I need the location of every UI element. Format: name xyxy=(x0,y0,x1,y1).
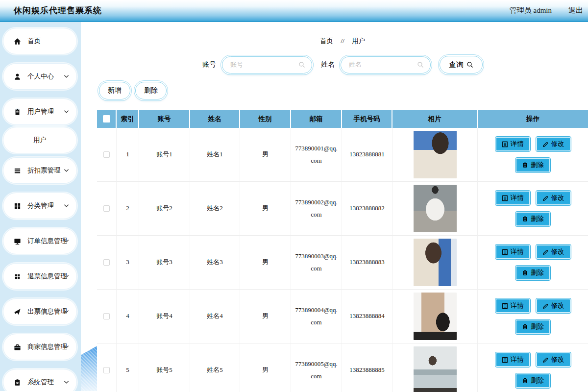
sidebar-item-label: 商家信息管理 xyxy=(27,343,67,351)
user-photo-3 xyxy=(414,239,457,286)
sidebar-item-profile-center[interactable]: 个人中心 xyxy=(3,63,77,90)
breadcrumb-separator: // xyxy=(341,37,344,45)
row-checkbox[interactable] xyxy=(103,205,110,212)
sidebar-item-discount-ticket-mgmt[interactable]: 折扣票管理 xyxy=(3,157,77,184)
table-row: 4账号4姓名4男773890004@qq.com13823888884详情修改删… xyxy=(97,290,588,343)
trash-icon xyxy=(522,162,528,168)
trash-icon xyxy=(522,216,528,222)
detail-button-label: 详情 xyxy=(511,355,524,364)
cell-name: 姓名2 xyxy=(190,182,240,236)
edit-button[interactable]: 修改 xyxy=(536,298,571,313)
sidebar-item-merchant-info-mgmt[interactable]: 商家信息管理 xyxy=(3,334,77,360)
delete-button[interactable]: 删除 xyxy=(515,266,550,280)
select-all-checkbox[interactable] xyxy=(103,115,110,122)
decorative-wave xyxy=(81,346,97,391)
sidebar-item-label: 出票信息管理 xyxy=(27,307,67,316)
sidebar-item-system-mgmt[interactable]: 系统管理 xyxy=(3,369,77,391)
delete-selected-button[interactable]: 删除 xyxy=(135,82,167,99)
pencil-icon xyxy=(542,303,549,309)
column-header: 邮箱 xyxy=(291,110,342,128)
cell-index: 5 xyxy=(117,343,139,392)
delete-button[interactable]: 删除 xyxy=(515,373,550,388)
detail-button[interactable]: 详情 xyxy=(495,245,530,259)
column-header: 性别 xyxy=(240,110,291,128)
row-checkbox[interactable] xyxy=(103,151,110,158)
delete-button-label: 删除 xyxy=(531,215,544,223)
document-icon xyxy=(502,141,508,147)
column-header: 手机号码 xyxy=(342,110,392,128)
query-button[interactable]: 查询 xyxy=(440,56,483,74)
cell-actions: 详情修改删除 xyxy=(478,128,588,182)
edit-button[interactable]: 修改 xyxy=(536,137,571,151)
search-icon xyxy=(417,61,424,68)
row-checkbox[interactable] xyxy=(103,367,110,373)
detail-button[interactable]: 详情 xyxy=(495,352,530,367)
detail-button-label: 详情 xyxy=(511,301,524,310)
grid-icon xyxy=(14,202,21,210)
sidebar-item-label: 订单信息管理 xyxy=(27,237,67,245)
edit-button-label: 修改 xyxy=(551,194,564,202)
cell-index: 2 xyxy=(117,182,139,236)
table-row: 3账号3姓名3男773890003@qq.com13823888883详情修改删… xyxy=(97,236,588,290)
row-checkbox-cell xyxy=(97,182,117,236)
cell-gender: 男 xyxy=(240,128,291,182)
logout-link[interactable]: 退出 xyxy=(568,6,583,15)
cell-index: 1 xyxy=(117,128,139,182)
table-row: 2账号2姓名2男773890002@qq.com13823888882详情修改删… xyxy=(97,182,588,236)
sidebar-item-order-info-mgmt[interactable]: 订单信息管理 xyxy=(3,228,77,254)
sidebar-item-user-management[interactable]: 用户管理 xyxy=(3,98,77,125)
sidebar-item-label: 系统管理 xyxy=(27,378,54,387)
action-buttons: 详情修改删除 xyxy=(481,352,585,388)
breadcrumb-home[interactable]: 首页 xyxy=(320,37,333,45)
cell-phone: 13823888881 xyxy=(342,128,392,182)
cell-name: 姓名1 xyxy=(190,128,240,182)
document-icon xyxy=(502,357,508,363)
cell-photo xyxy=(392,128,478,182)
trash-icon xyxy=(522,323,528,330)
detail-button-label: 详情 xyxy=(511,247,524,256)
user-photo-4 xyxy=(414,293,457,340)
detail-button[interactable]: 详情 xyxy=(495,298,530,313)
action-buttons: 详情修改删除 xyxy=(481,137,585,172)
cell-phone: 13823888884 xyxy=(342,290,392,343)
document-icon xyxy=(502,303,508,309)
sidebar-item-home[interactable]: 首页 xyxy=(3,28,77,54)
cell-account: 账号3 xyxy=(139,236,190,290)
edit-button[interactable]: 修改 xyxy=(536,352,571,367)
search-icon xyxy=(466,61,473,68)
detail-button[interactable]: 详情 xyxy=(495,137,530,151)
detail-button-label: 详情 xyxy=(511,140,524,148)
chevron-down-icon xyxy=(64,110,69,114)
row-checkbox[interactable] xyxy=(103,313,110,319)
delete-button[interactable]: 删除 xyxy=(515,319,550,334)
delete-button-label: 删除 xyxy=(531,269,544,277)
delete-button[interactable]: 删除 xyxy=(515,158,550,172)
clipboard-x-icon xyxy=(14,379,21,386)
sidebar-item-ticket-issue-info-mgmt[interactable]: 出票信息管理 xyxy=(3,298,77,325)
edit-button-label: 修改 xyxy=(551,355,564,364)
row-checkbox-cell xyxy=(97,128,117,182)
sidebar-item-category-mgmt[interactable]: 分类管理 xyxy=(3,193,77,219)
sidebar-item-user[interactable]: 用户 xyxy=(3,127,77,153)
edit-button[interactable]: 修改 xyxy=(536,191,571,205)
top-bar: 休闲娱乐代理售票系统 管理员 admin 退出 xyxy=(0,0,588,22)
pencil-icon xyxy=(542,195,549,201)
row-checkbox[interactable] xyxy=(103,259,110,266)
action-buttons: 详情修改删除 xyxy=(481,191,585,226)
delete-button-label: 删除 xyxy=(531,322,544,331)
sidebar-item-refund-info-mgmt[interactable]: 退票信息管理 xyxy=(3,263,77,290)
detail-button-label: 详情 xyxy=(511,194,524,202)
delete-button[interactable]: 删除 xyxy=(515,212,550,226)
account-label: 账号 xyxy=(202,60,216,69)
add-button[interactable]: 新增 xyxy=(99,82,130,99)
user-icon xyxy=(14,73,21,80)
edit-button-label: 修改 xyxy=(551,247,564,256)
edit-button[interactable]: 修改 xyxy=(536,245,571,259)
sidebar-item-label: 个人中心 xyxy=(27,72,54,81)
table-row: 1账号1姓名1男773890001@qq.com13823888881详情修改删… xyxy=(97,128,588,182)
cell-index: 4 xyxy=(117,290,139,343)
detail-button[interactable]: 详情 xyxy=(495,191,530,205)
table-toolbar: 新增 删除 xyxy=(99,82,588,99)
sidebar-item-label: 退票信息管理 xyxy=(27,272,67,281)
cell-phone: 13823888885 xyxy=(342,343,392,392)
